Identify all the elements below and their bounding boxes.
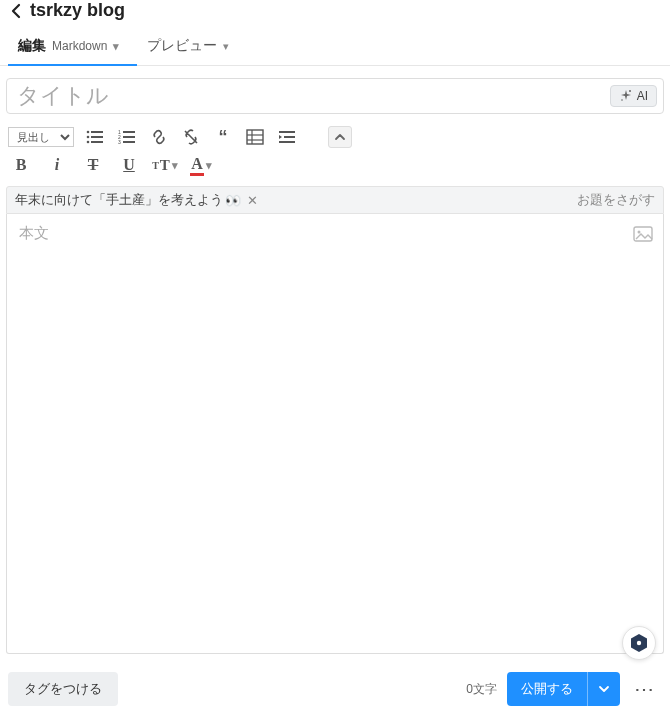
svg-rect-7: [91, 141, 103, 143]
toolbar-row-1: 見出し 123 “: [0, 122, 670, 152]
footer: タグをつける 0文字 公開する ⋯: [0, 664, 670, 718]
char-count: 0文字: [466, 681, 497, 698]
underline-icon[interactable]: U: [118, 154, 140, 176]
tab-preview[interactable]: プレビュー ▾: [137, 27, 247, 65]
svg-rect-5: [91, 136, 103, 138]
publish-options-button[interactable]: [587, 672, 620, 706]
svg-point-6: [87, 141, 90, 144]
svg-rect-3: [91, 131, 103, 133]
svg-rect-20: [279, 141, 295, 143]
svg-rect-14: [247, 130, 263, 144]
toolbar-row-2: B i T U TT▾ A▾: [0, 152, 670, 182]
bold-icon[interactable]: B: [10, 154, 32, 176]
ai-label: AI: [637, 89, 648, 103]
font-color-icon[interactable]: A▾: [190, 154, 212, 176]
svg-point-0: [629, 90, 631, 92]
prompt-close-icon[interactable]: ✕: [247, 193, 258, 208]
back-icon[interactable]: [10, 3, 22, 19]
publish-group: 公開する: [507, 672, 620, 706]
chevron-down-icon: ▾: [223, 40, 229, 53]
title-row: AI: [6, 78, 664, 114]
svg-point-22: [638, 231, 641, 234]
chevron-down-icon: ▾: [113, 40, 119, 53]
link-icon[interactable]: [148, 126, 170, 148]
eyes-icon: 👀: [225, 193, 241, 208]
prompt-text: 年末に向けて「手土産」を考えよう: [15, 191, 223, 209]
font-size-icon[interactable]: TT▾: [154, 154, 176, 176]
tab-preview-label: プレビュー: [147, 37, 217, 55]
body-placeholder: 本文: [19, 224, 49, 241]
insert-image-icon[interactable]: [633, 224, 653, 242]
table-icon[interactable]: [244, 126, 266, 148]
svg-point-2: [87, 131, 90, 134]
blog-title: tsrkzy blog: [30, 0, 125, 21]
svg-point-4: [87, 136, 90, 139]
quote-icon[interactable]: “: [212, 126, 234, 148]
svg-rect-18: [279, 131, 295, 133]
svg-rect-13: [123, 141, 135, 143]
svg-text:3: 3: [118, 139, 121, 145]
tab-edit-sublabel: Markdown: [52, 39, 107, 53]
ai-button[interactable]: AI: [610, 85, 657, 107]
italic-icon[interactable]: i: [46, 154, 68, 176]
tab-edit[interactable]: 編集 Markdown ▾: [8, 27, 137, 65]
strikethrough-icon[interactable]: T: [82, 154, 104, 176]
unlink-icon[interactable]: [180, 126, 202, 148]
svg-rect-9: [123, 131, 135, 133]
svg-point-24: [637, 641, 641, 645]
publish-button[interactable]: 公開する: [507, 672, 587, 706]
prompt-search-link[interactable]: お題をさがす: [577, 191, 655, 209]
tab-edit-label: 編集: [18, 37, 46, 55]
svg-rect-19: [284, 136, 295, 138]
unordered-list-icon[interactable]: [84, 126, 106, 148]
tabs: 編集 Markdown ▾ プレビュー ▾: [0, 27, 670, 66]
prompt-bar: 年末に向けて「手土産」を考えよう 👀 ✕ お題をさがす: [6, 186, 664, 214]
add-tag-button[interactable]: タグをつける: [8, 672, 118, 706]
sparkle-icon: [619, 89, 633, 103]
ordered-list-icon[interactable]: 123: [116, 126, 138, 148]
svg-point-1: [621, 99, 623, 101]
assistant-fab[interactable]: [622, 626, 656, 660]
indent-icon[interactable]: [276, 126, 298, 148]
collapse-toggle[interactable]: [328, 126, 352, 148]
heading-select[interactable]: 見出し: [8, 127, 74, 147]
title-input[interactable]: [17, 83, 610, 109]
svg-rect-11: [123, 136, 135, 138]
more-menu-icon[interactable]: ⋯: [630, 677, 660, 701]
body-editor[interactable]: 本文: [6, 214, 664, 654]
